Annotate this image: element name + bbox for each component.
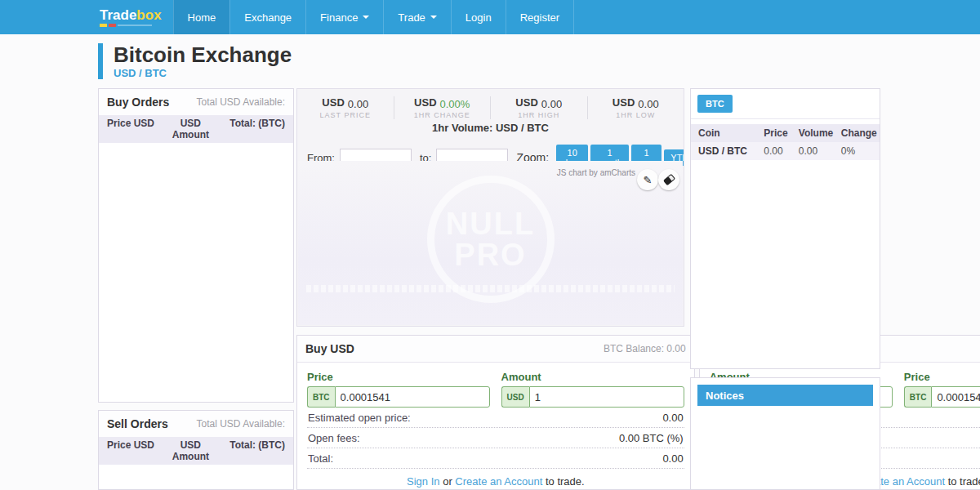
stat-currency: USD: [612, 96, 635, 109]
col-usd-amount: USD Amount: [161, 439, 220, 462]
sign-in-link[interactable]: Sign In: [407, 475, 439, 488]
buy-amount-input[interactable]: [529, 386, 684, 408]
sell-orders-title: Sell Orders: [107, 417, 168, 430]
chevron-down-icon: [430, 16, 437, 19]
stat-label: 1HR HIGH: [491, 111, 587, 119]
col-total-btc: Total: (BTC): [220, 439, 285, 462]
watermark-line1: NULL: [446, 208, 535, 239]
sell-price-input[interactable]: [931, 386, 980, 408]
cell-price: 0.00: [764, 145, 799, 157]
buy-orders-panel: Buy Orders Total USD Available: Price US…: [98, 88, 294, 403]
col-volume: Volume: [799, 127, 841, 139]
fee-label: Estimated open price:: [308, 412, 411, 424]
cell-change: 0%: [841, 145, 880, 157]
brand-part2: box: [136, 7, 161, 23]
open-fees-row: Open fees: 0.00 BTC (%): [307, 428, 684, 448]
nav-item-label: Exchange: [244, 11, 292, 24]
draw-pencil-button[interactable]: ✎: [637, 169, 658, 190]
eraser-icon: [662, 174, 675, 185]
fee-label: Total:: [308, 452, 333, 465]
sell-orders-panel: Sell Orders Total USD Available: Price U…: [98, 410, 294, 490]
nav-item-trade[interactable]: Trade: [383, 0, 450, 34]
col-total-btc: Total: (BTC): [220, 118, 285, 140]
notices-header: Notices: [697, 385, 873, 406]
nav-item-home[interactable]: Home: [173, 0, 230, 34]
fee-label: Open fees:: [308, 432, 360, 444]
nav-item-finance[interactable]: Finance: [305, 0, 383, 34]
col-price: Price: [764, 127, 799, 139]
btc-balance: BTC Balance: 0.00: [604, 343, 686, 354]
page-title-block: Bitcoin Exchange USD / BTC: [98, 43, 292, 79]
stat-1hr-change: USD0.00% 1HR CHANGE: [394, 96, 491, 119]
watermark-line2: PRO: [454, 239, 526, 270]
cell-coin: USD / BTC: [698, 145, 764, 157]
btc-addon: BTC: [307, 386, 335, 408]
signin-suffix-text: to trade.: [546, 475, 585, 488]
stat-last-price: USD0.00 LAST PRICE: [297, 96, 394, 119]
watermark-text-band: [306, 285, 675, 292]
price-label: Price: [904, 371, 980, 383]
table-row[interactable]: USD / BTC 0.00 0.00 0%: [691, 142, 880, 160]
stat-value: 0.00: [348, 98, 368, 110]
sell-orders-available: Total USD Available:: [196, 418, 285, 430]
chart-stats: USD0.00 LAST PRICE USD0.00% 1HR CHANGE U…: [297, 89, 684, 119]
market-table: Coin Price Volume Change USD / BTC 0.00 …: [691, 124, 880, 160]
cell-volume: 0.00: [799, 145, 841, 157]
buy-usd-panel: Buy USD BTC Balance: 0.00 Price BTC Amou…: [296, 335, 695, 490]
total-row: Total: 0.00: [307, 448, 684, 469]
tab-btc[interactable]: BTC: [697, 95, 733, 113]
usd-addon: USD: [501, 386, 529, 408]
col-coin: Coin: [698, 127, 764, 139]
stat-currency: USD: [414, 96, 436, 109]
col-change: Change: [841, 127, 880, 139]
estimated-open-price-row: Estimated open price: 0.00: [307, 408, 684, 428]
signin-suffix-text: to trade.: [948, 475, 980, 488]
stat-currency: USD: [515, 96, 537, 109]
buy-orders-title: Buy Orders: [107, 96, 169, 109]
fee-value: 0.00: [662, 452, 683, 465]
buy-price-input[interactable]: [335, 386, 490, 408]
notices-panel: Notices: [690, 377, 880, 490]
chart-canvas: JS chart by amCharts ✎ NULL PRO: [298, 161, 683, 325]
nav-item-login[interactable]: Login: [451, 0, 506, 34]
brand-part1: Trade: [100, 7, 136, 23]
signin-or-text: or: [443, 475, 452, 488]
buy-usd-title: Buy USD: [305, 342, 354, 355]
brand-underline: [100, 24, 162, 27]
nav-item-label: Login: [466, 11, 492, 24]
pencil-icon: ✎: [644, 174, 653, 186]
nav-item-label: Finance: [320, 11, 358, 24]
chevron-down-icon: [363, 16, 369, 19]
col-price-usd: Price USD: [107, 439, 161, 462]
buy-orders-available: Total USD Available:: [196, 96, 285, 108]
create-account-link[interactable]: Create an Account: [455, 475, 542, 488]
nullpro-watermark: NULL PRO: [427, 176, 555, 303]
nav-item-register[interactable]: Register: [506, 0, 574, 34]
nav-item-exchange[interactable]: Exchange: [229, 0, 305, 34]
fee-value: 0.00: [662, 412, 683, 424]
nav-item-label: Register: [520, 11, 559, 24]
chart-panel: USD0.00 LAST PRICE USD0.00% 1HR CHANGE U…: [296, 88, 684, 327]
stat-1hr-low: USD0.00 1HR LOW: [587, 96, 684, 119]
brand-text: Tradebox: [100, 8, 162, 22]
fee-value: 0.00 BTC (%): [619, 432, 684, 444]
brand-logo[interactable]: Tradebox: [98, 0, 173, 34]
stat-label: LAST PRICE: [297, 111, 394, 119]
market-table-header: Coin Price Volume Change: [691, 124, 880, 142]
notices-title: Notices: [706, 390, 744, 402]
btc-addon: BTC: [904, 386, 932, 408]
col-usd-amount: USD Amount: [161, 118, 220, 140]
nav-item-label: Trade: [398, 11, 425, 24]
eraser-button[interactable]: [658, 169, 679, 190]
page-title: Bitcoin Exchange: [114, 43, 292, 66]
amount-label: Amount: [501, 371, 684, 383]
stat-value: 0.00: [541, 98, 562, 110]
amcharts-credit[interactable]: JS chart by amCharts: [557, 168, 635, 177]
stat-label: 1HR CHANGE: [394, 111, 491, 119]
buy-orders-table-header: Price USD USD Amount Total: (BTC): [99, 115, 293, 143]
navbar: Tradebox Home Exchange Finance Trade Log…: [0, 0, 980, 34]
stat-1hr-high: USD0.00 1HR HIGH: [490, 96, 587, 119]
sell-orders-table-header: Price USD USD Amount Total: (BTC): [99, 437, 293, 465]
page-subtitle: USD / BTC: [114, 67, 292, 79]
price-label: Price: [307, 371, 490, 383]
